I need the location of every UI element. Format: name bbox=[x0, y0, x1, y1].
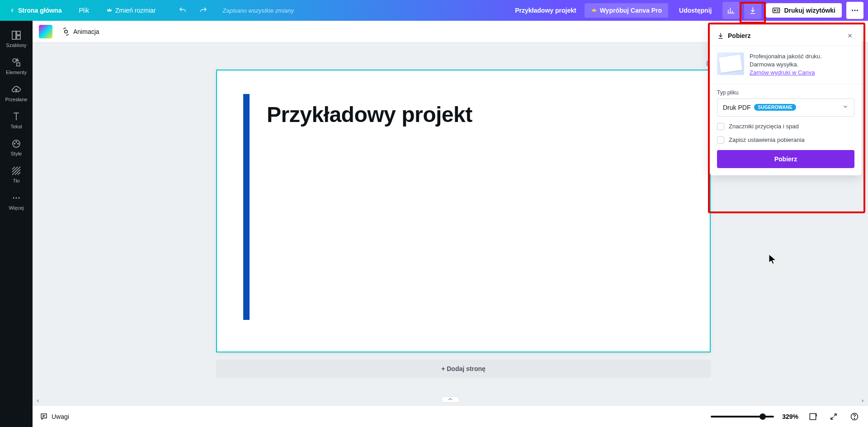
svg-rect-5 bbox=[12, 31, 16, 39]
crop-marks-checkbox[interactable]: Znaczniki przycięcia i spad bbox=[717, 123, 854, 130]
sidebar-item-style[interactable]: Style bbox=[0, 134, 33, 161]
svg-rect-7 bbox=[17, 36, 20, 39]
file-type-label: Typ pliku bbox=[717, 89, 854, 96]
chevron-left-icon bbox=[9, 7, 15, 14]
crown-icon bbox=[591, 7, 597, 14]
svg-point-14 bbox=[13, 197, 14, 199]
chevron-up-icon bbox=[448, 398, 453, 401]
scroll-left[interactable] bbox=[33, 396, 42, 405]
resize-button[interactable]: Zmień rozmiar bbox=[102, 4, 160, 17]
sidebar-item-label: Tekst bbox=[10, 124, 22, 129]
try-pro-label: Wypróbuj Canva Pro bbox=[600, 7, 662, 14]
scroll-right[interactable] bbox=[858, 396, 867, 405]
left-sidebar: Szablony Elementy Przesłane Tekst Style … bbox=[0, 21, 33, 427]
notes-label: Uwagi bbox=[52, 413, 69, 420]
page-count-badge: 1 bbox=[815, 413, 817, 417]
chevron-down-icon bbox=[842, 103, 849, 110]
undo-button[interactable] bbox=[176, 4, 189, 17]
sidebar-item-uploads[interactable]: Przesłane bbox=[0, 80, 33, 107]
animation-icon bbox=[61, 27, 71, 36]
suggested-badge: SUGEROWANE bbox=[754, 104, 796, 111]
redo-button[interactable] bbox=[197, 4, 210, 17]
download-icon bbox=[717, 32, 724, 39]
save-settings-label: Zapisz ustawienia pobierania bbox=[729, 136, 805, 143]
svg-point-23 bbox=[854, 418, 854, 418]
file-type-value: Druk PDF bbox=[723, 104, 750, 111]
promo-line2: Darmowa wysyłka. bbox=[750, 61, 798, 68]
file-type-select[interactable]: Druk PDF SUGEROWANE bbox=[717, 99, 854, 117]
page-title-text: Przykładowy projekt bbox=[267, 102, 472, 127]
add-page-button[interactable]: + Dodaj stronę bbox=[216, 360, 711, 378]
notes-icon bbox=[40, 413, 48, 421]
project-name[interactable]: Przykładowy projekt bbox=[511, 5, 580, 16]
sidebar-item-label: Tło bbox=[13, 178, 19, 183]
page-grid-button[interactable]: 1 bbox=[807, 410, 819, 423]
zoom-slider-knob[interactable] bbox=[760, 413, 766, 420]
sidebar-item-background[interactable]: Tło bbox=[0, 161, 33, 188]
svg-rect-6 bbox=[17, 31, 20, 35]
expand-icon bbox=[830, 413, 838, 421]
fullscreen-button[interactable] bbox=[827, 410, 840, 423]
try-pro-button[interactable]: Wypróbuj Canva Pro bbox=[585, 3, 668, 18]
zoom-slider[interactable] bbox=[711, 416, 774, 418]
top-toolbar: Strona główna Plik Zmień rozmiar Zapisan… bbox=[0, 0, 868, 21]
close-icon bbox=[847, 33, 853, 39]
svg-point-12 bbox=[18, 143, 19, 144]
uploads-icon bbox=[11, 84, 22, 95]
checkbox-box bbox=[717, 123, 724, 130]
share-button[interactable]: Udostępnij bbox=[673, 3, 718, 18]
animation-button[interactable]: Animacja bbox=[59, 25, 102, 38]
save-settings-checkbox[interactable]: Zapisz ustawienia pobierania bbox=[717, 136, 854, 144]
svg-point-17 bbox=[65, 30, 68, 33]
promo-link[interactable]: Zamów wydruki w Canva bbox=[750, 69, 815, 76]
chevron-right-icon bbox=[860, 399, 865, 403]
close-panel-button[interactable] bbox=[845, 31, 854, 40]
sidebar-item-templates[interactable]: Szablony bbox=[0, 25, 33, 52]
home-button[interactable]: Strona główna bbox=[5, 4, 66, 17]
animation-label: Animacja bbox=[73, 28, 99, 35]
undo-icon bbox=[179, 6, 187, 14]
sidebar-item-more[interactable]: Więcej bbox=[0, 188, 33, 215]
sidebar-item-elements[interactable]: Elementy bbox=[0, 52, 33, 80]
crown-icon bbox=[106, 7, 113, 14]
help-button[interactable] bbox=[848, 410, 861, 423]
download-button[interactable] bbox=[744, 2, 761, 19]
svg-point-15 bbox=[16, 197, 17, 199]
text-icon bbox=[11, 111, 22, 122]
svg-point-4 bbox=[857, 10, 858, 11]
design-page[interactable]: Przykładowy projekt bbox=[216, 70, 711, 352]
svg-point-3 bbox=[854, 10, 856, 11]
svg-point-16 bbox=[19, 197, 20, 199]
help-icon bbox=[850, 412, 859, 421]
promo-line1: Profesjonalna jakość druku. bbox=[750, 53, 822, 60]
bottom-bar: Uwagi 329% 1 bbox=[33, 405, 868, 427]
svg-rect-9 bbox=[17, 63, 20, 66]
home-label: Strona główna bbox=[18, 7, 61, 14]
svg-point-13 bbox=[14, 143, 15, 144]
sidebar-item-text[interactable]: Tekst bbox=[0, 107, 33, 134]
file-menu[interactable]: Plik bbox=[74, 4, 94, 17]
publish-button[interactable] bbox=[722, 2, 740, 19]
resize-label: Zmień rozmiar bbox=[115, 7, 156, 14]
print-cards-button[interactable]: Drukuj wizytówki bbox=[766, 3, 842, 18]
promo-thumbnail bbox=[717, 52, 744, 75]
chart-icon bbox=[727, 6, 735, 14]
notes-button[interactable]: Uwagi bbox=[40, 413, 69, 421]
collapse-handle[interactable] bbox=[441, 396, 459, 403]
sidebar-item-label: Więcej bbox=[9, 205, 24, 211]
svg-point-11 bbox=[16, 141, 17, 142]
sidebar-item-label: Elementy bbox=[6, 70, 27, 75]
crop-marks-label: Znaczniki przycięcia i spad bbox=[729, 123, 799, 130]
download-confirm-button[interactable]: Pobierz bbox=[717, 150, 854, 168]
svg-point-1 bbox=[774, 10, 776, 11]
print-cards-label: Drukuj wizytówki bbox=[784, 7, 835, 14]
sidebar-item-label: Szablony bbox=[6, 42, 26, 48]
svg-point-2 bbox=[852, 10, 853, 11]
more-button[interactable] bbox=[846, 2, 863, 19]
dots-icon bbox=[851, 6, 859, 14]
card-icon bbox=[772, 7, 780, 14]
save-status: Zapisano wszystkie zmiany bbox=[222, 7, 294, 14]
page-color-swatch[interactable] bbox=[39, 25, 52, 38]
templates-icon bbox=[11, 30, 22, 41]
more-icon bbox=[11, 192, 22, 203]
